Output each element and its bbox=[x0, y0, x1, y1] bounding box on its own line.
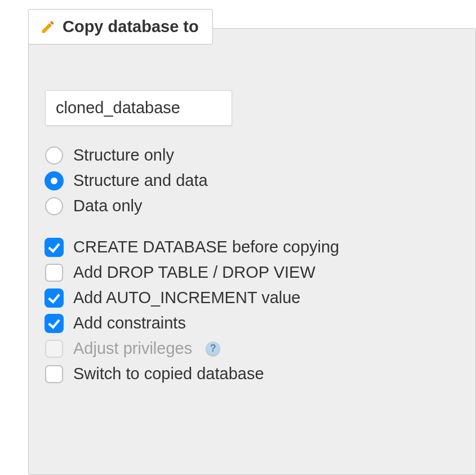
checkbox-label-constraints[interactable]: Add constraints bbox=[73, 314, 186, 332]
checkbox-label-switch-to-copied[interactable]: Switch to copied database bbox=[73, 365, 264, 383]
radio-structure-only[interactable] bbox=[45, 147, 63, 165]
checkbox-label-adjust-privileges: Adjust privileges bbox=[73, 339, 192, 358]
checkbox-row-adjust-privileges: Adjust privileges ? bbox=[45, 339, 459, 358]
checkbox-row-auto-increment: Add AUTO_INCREMENT value bbox=[45, 288, 459, 307]
checkbox-switch-to-copied[interactable] bbox=[45, 365, 63, 383]
radio-row-data-only: Data only bbox=[45, 197, 459, 215]
radio-row-structure-and-data: Structure and data bbox=[45, 171, 459, 190]
checkbox-label-create-db[interactable]: CREATE DATABASE before copying bbox=[73, 238, 339, 256]
checkbox-auto-increment[interactable] bbox=[45, 289, 63, 307]
checkbox-label-drop-table[interactable]: Add DROP TABLE / DROP VIEW bbox=[73, 263, 315, 282]
radio-structure-and-data[interactable] bbox=[45, 172, 63, 190]
target-name-wrapper bbox=[45, 90, 232, 126]
checkbox-label-auto-increment[interactable]: Add AUTO_INCREMENT value bbox=[73, 288, 300, 307]
panel-tab: Copy database to bbox=[28, 9, 213, 45]
radio-row-structure-only: Structure only bbox=[45, 146, 459, 165]
checkbox-row-constraints: Add constraints bbox=[45, 314, 459, 332]
checkbox-create-db[interactable] bbox=[45, 238, 63, 256]
checkbox-row-switch-to-copied: Switch to copied database bbox=[45, 365, 459, 383]
radio-label-data-only[interactable]: Data only bbox=[73, 197, 143, 215]
panel-title: Copy database to bbox=[63, 17, 199, 36]
checkbox-constraints[interactable] bbox=[45, 314, 63, 332]
radio-data-only[interactable] bbox=[45, 197, 63, 215]
radio-label-structure-and-data[interactable]: Structure and data bbox=[73, 171, 208, 190]
checkbox-row-drop-table: Add DROP TABLE / DROP VIEW bbox=[45, 263, 459, 282]
checkbox-drop-table[interactable] bbox=[45, 264, 63, 282]
pencil-icon bbox=[40, 19, 56, 35]
target-database-input[interactable] bbox=[46, 91, 232, 125]
checkbox-adjust-privileges bbox=[45, 340, 63, 358]
radio-label-structure-only[interactable]: Structure only bbox=[73, 146, 174, 165]
help-icon[interactable]: ? bbox=[206, 341, 220, 356]
checkbox-row-create-db: CREATE DATABASE before copying bbox=[45, 238, 459, 256]
